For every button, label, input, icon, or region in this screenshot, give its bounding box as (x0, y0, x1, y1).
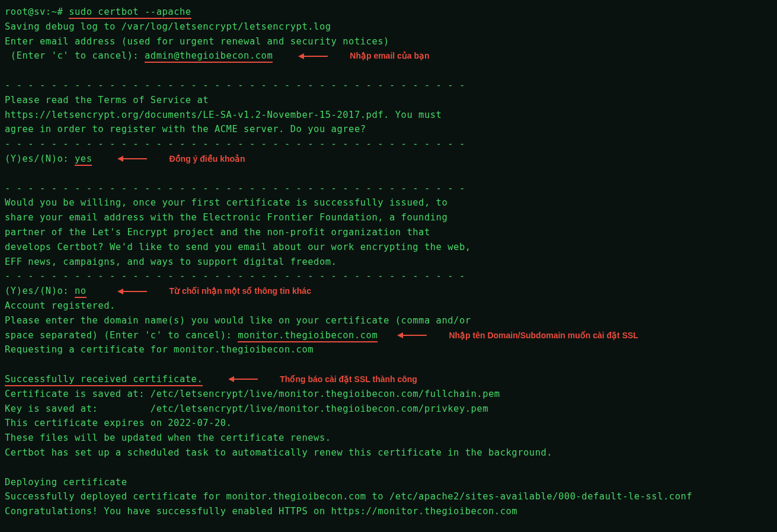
prompt-email-input[interactable]: (Enter 'c' to cancel): admin@thegioibeco… (5, 49, 772, 63)
prompt-email-header: Enter email address (used for urgent ren… (5, 34, 772, 49)
divider: - - - - - - - - - - - - - - - - - - - - … (5, 78, 772, 93)
eff-line: Would you be willing, once your first ce… (5, 196, 772, 210)
shell-prompt: root@sv:~# (5, 7, 69, 17)
cert-path: Certificate is saved at: /etc/letsencryp… (5, 387, 772, 402)
prompt-domain-input[interactable]: space separated) (Enter 'c' to cancel): … (5, 328, 772, 343)
domain-value: monitor.thegioibecon.com (238, 330, 378, 342)
yn-label: (Y)es/(N)o: (5, 286, 75, 296)
eff-line: share your email address with the Electr… (5, 210, 772, 225)
eff-value: no (75, 286, 87, 298)
expiry-line: This certificate expires on 2022-07-20. (5, 416, 772, 431)
terminal-output: root@sv:~# sudo certbot --apache Saving … (5, 5, 772, 519)
divider: - - - - - - - - - - - - - - - - - - - - … (5, 269, 772, 284)
annotation-email: Nhập email của bạn (350, 51, 429, 60)
renew-line: These files will be updated when the cer… (5, 431, 772, 446)
success-line: Successfully received certificate. Thống… (5, 372, 772, 387)
deploy-success: Successfully deployed certificate for mo… (5, 489, 772, 504)
annotation-agree: Đồng ý điều khoản (169, 154, 245, 164)
success-text: Successfully received certificate. (5, 374, 203, 386)
arrow-icon (114, 156, 147, 162)
key-path: Key is saved at: /etc/letsencrypt/live/m… (5, 402, 772, 416)
prompt-domain-header: Please enter the domain name(s) you woul… (5, 313, 772, 328)
eff-line: EFF news, campaigns, and ways to support… (5, 255, 772, 270)
agree-value: yes (75, 153, 92, 166)
eff-line: partner of the Let's Encrypt project and… (5, 225, 772, 240)
divider: - - - - - - - - - - - - - - - - - - - - … (5, 181, 772, 196)
divider: - - - - - - - - - - - - - - - - - - - - … (5, 137, 772, 152)
eff-line: develops Certbot? We'd like to send you … (5, 240, 772, 255)
annotation-decline: Từ chối nhận một số thông tin khác (169, 286, 311, 296)
yn-label: (Y)es/(N)o: (5, 153, 75, 164)
command-line[interactable]: root@sv:~# sudo certbot --apache (5, 5, 772, 20)
arrow-icon (295, 53, 328, 59)
command: sudo certbot --apache (69, 7, 191, 19)
prompt-agree[interactable]: (Y)es/(N)o: yes Đồng ý điều khoản (5, 152, 772, 166)
congrats-line: Congratulations! You have successfully e… (5, 504, 772, 519)
log-line: Saving debug log to /var/log/letsencrypt… (5, 20, 772, 34)
account-registered: Account registered. (5, 299, 772, 313)
annotation-success: Thống báo cài đặt SSL thành công (280, 374, 417, 384)
arrow-icon (225, 376, 258, 382)
email-value: admin@thegioibecon.com (145, 50, 273, 63)
deploy-header: Deploying certificate (5, 475, 772, 490)
tos-line: Please read the Terms of Service at (5, 93, 772, 108)
schedule-line: Certbot has set up a scheduled task to a… (5, 446, 772, 460)
requesting-line: Requesting a certificate for monitor.the… (5, 342, 772, 357)
tos-line: agree in order to register with the ACME… (5, 122, 772, 137)
prompt-eff[interactable]: (Y)es/(N)o: no Từ chối nhận một số thông… (5, 284, 772, 299)
arrow-icon (114, 289, 147, 294)
tos-line: https://letsencrypt.org/documents/LE-SA-… (5, 108, 772, 123)
annotation-domain: Nhập tên Domain/Subdomain muốn cài đặt S… (449, 331, 638, 340)
arrow-icon (394, 332, 427, 338)
